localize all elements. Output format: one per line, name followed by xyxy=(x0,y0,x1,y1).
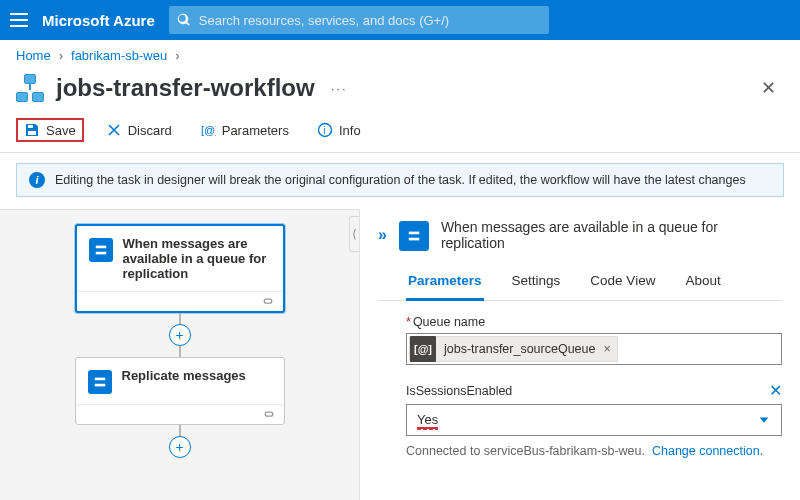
properties-panel: » When messages are available in a queue… xyxy=(360,209,800,500)
change-connection-link[interactable]: Change connection. xyxy=(652,444,763,458)
more-button[interactable]: ··· xyxy=(327,81,348,96)
chevron-down-icon xyxy=(757,413,771,427)
info-label: Info xyxy=(339,123,361,138)
panel-header: » When messages are available in a queue… xyxy=(378,219,782,251)
connection-note: Connected to serviceBus-fabrikam-sb-weu.… xyxy=(378,444,782,458)
parameters-label: Parameters xyxy=(222,123,289,138)
menu-icon[interactable] xyxy=(10,13,28,27)
discard-label: Discard xyxy=(128,123,172,138)
queue-name-label: *Queue name xyxy=(406,315,782,329)
servicebus-icon xyxy=(88,370,112,394)
top-bar: Microsoft Azure xyxy=(0,0,800,40)
global-search[interactable] xyxy=(169,6,549,34)
connection-text: Connected to serviceBus-fabrikam-sb-weu. xyxy=(406,444,645,458)
workflow-icon xyxy=(16,74,44,102)
page-title: jobs-transfer-workflow xyxy=(56,74,315,102)
parameters-button[interactable]: [@] Parameters xyxy=(194,118,295,142)
search-icon xyxy=(177,13,191,27)
card-footer xyxy=(77,291,283,311)
queue-name-field: *Queue name [@] jobs-transfer_sourceQueu… xyxy=(378,315,782,365)
queue-name-input[interactable]: [@] jobs-transfer_sourceQueue × xyxy=(406,333,782,365)
brand: Microsoft Azure xyxy=(42,12,155,29)
breadcrumb-parent[interactable]: fabrikam-sb-weu xyxy=(71,48,167,63)
tab-codeview[interactable]: Code View xyxy=(588,265,657,300)
panel-tabs: Parameters Settings Code View About xyxy=(378,265,782,301)
save-label: Save xyxy=(46,123,76,138)
svg-rect-5 xyxy=(94,378,105,381)
svg-rect-7 xyxy=(409,232,420,235)
svg-rect-3 xyxy=(95,246,106,249)
info-icon: i xyxy=(317,122,333,138)
servicebus-icon xyxy=(89,238,113,262)
connection-icon xyxy=(261,295,275,309)
toolbar: Save Discard [@] Parameters i Info xyxy=(0,112,800,153)
servicebus-icon xyxy=(399,221,429,251)
variable-icon: [@] xyxy=(410,336,436,362)
trigger-title: When messages are available in a queue f… xyxy=(123,236,271,281)
tab-settings[interactable]: Settings xyxy=(510,265,563,300)
action-title: Replicate messages xyxy=(122,368,246,383)
main-area: When messages are available in a queue f… xyxy=(0,209,800,500)
remove-token-icon[interactable]: × xyxy=(603,342,610,356)
save-icon xyxy=(24,122,40,138)
sessions-value: Yes xyxy=(417,412,438,429)
breadcrumb: Home › fabrikam-sb-weu › xyxy=(0,40,800,70)
collapse-handle[interactable] xyxy=(349,216,359,252)
svg-rect-4 xyxy=(95,252,106,255)
tab-parameters[interactable]: Parameters xyxy=(406,265,484,301)
designer-canvas[interactable]: When messages are available in a queue f… xyxy=(0,209,360,500)
breadcrumb-home[interactable]: Home xyxy=(16,48,51,63)
tab-about[interactable]: About xyxy=(683,265,722,300)
panel-title: When messages are available in a queue f… xyxy=(441,219,782,251)
add-step-button[interactable]: + xyxy=(169,324,191,346)
discard-button[interactable]: Discard xyxy=(100,118,178,142)
page-header: jobs-transfer-workflow ··· ✕ xyxy=(0,70,800,112)
close-button[interactable]: ✕ xyxy=(761,77,784,99)
action-card[interactable]: Replicate messages xyxy=(75,357,285,425)
parameters-icon: [@] xyxy=(200,122,216,138)
trigger-card[interactable]: When messages are available in a queue f… xyxy=(75,224,285,313)
connection-icon xyxy=(262,408,276,422)
sessions-select[interactable]: Yes xyxy=(406,404,782,436)
svg-text:[@]: [@] xyxy=(201,124,216,136)
info-icon: i xyxy=(29,172,45,188)
add-step-button[interactable]: + xyxy=(169,436,191,458)
warning-banner: i Editing the task in designer will brea… xyxy=(16,163,784,197)
svg-rect-6 xyxy=(94,384,105,387)
chevron-right-icon: › xyxy=(175,48,179,63)
queue-token-text: jobs-transfer_sourceQueue xyxy=(444,342,595,356)
sessions-field: IsSessionsEnabled ✕ Yes xyxy=(378,381,782,436)
sessions-label: IsSessionsEnabled xyxy=(406,384,759,398)
banner-text: Editing the task in designer will break … xyxy=(55,173,746,187)
svg-rect-8 xyxy=(409,238,420,241)
save-button[interactable]: Save xyxy=(16,118,84,142)
svg-text:i: i xyxy=(323,125,325,136)
collapse-panel-icon[interactable]: » xyxy=(378,226,387,244)
card-footer xyxy=(76,404,284,424)
info-button[interactable]: i Info xyxy=(311,118,367,142)
remove-field-icon[interactable]: ✕ xyxy=(769,381,782,400)
close-icon xyxy=(106,122,122,138)
search-input[interactable] xyxy=(199,13,541,28)
queue-token[interactable]: [@] jobs-transfer_sourceQueue × xyxy=(409,336,618,362)
chevron-right-icon: › xyxy=(59,48,63,63)
